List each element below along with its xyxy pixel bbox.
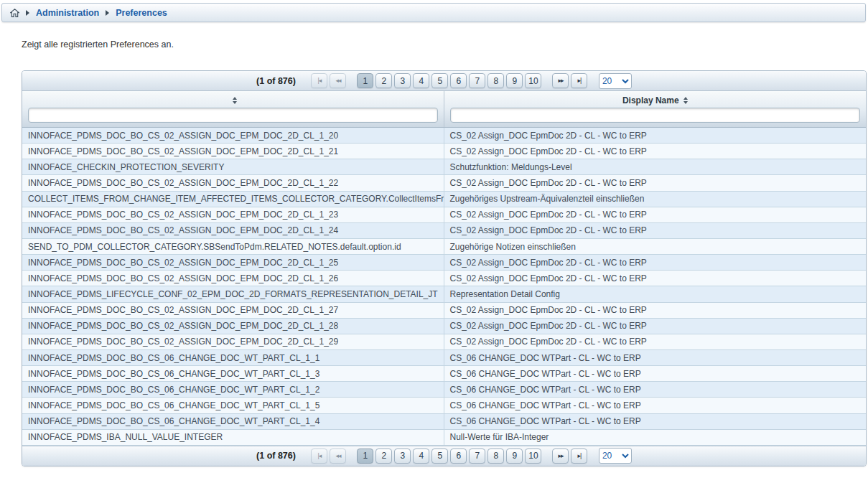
page-button-2[interactable]: 2 <box>375 449 392 464</box>
table-row[interactable]: COLLECT_ITEMS_FROM_CHANGE_ITEM_AFFECTED_… <box>22 192 866 207</box>
rows-per-page-select[interactable]: 20 <box>599 73 632 89</box>
page-button-4[interactable]: 4 <box>413 449 429 464</box>
page-button-5[interactable]: 5 <box>431 73 448 88</box>
cell-preference-name: INNOFACE_PDMS_DOC_BO_CS_06_CHANGE_DOC_WT… <box>22 350 444 365</box>
paginator-current-page-report: (1 of 876) <box>256 451 296 461</box>
cell-display-name: CS_06 CHANGE_DOC WTPart - CL - WC to ERP <box>444 382 867 397</box>
table-row[interactable]: INNOFACE_PDMS_LIFECYCLE_CONF_02_EPM_DOC_… <box>22 286 866 302</box>
column-header-display-name[interactable]: Display Name <box>444 91 867 127</box>
table-row[interactable]: INNOFACE_PDMS_DOC_BO_CS_02_ASSIGN_DOC_EP… <box>22 207 866 223</box>
table-row[interactable]: INNOFACE_PDMS_DOC_BO_CS_02_ASSIGN_DOC_EP… <box>22 223 866 239</box>
table-row[interactable]: INNOFACE_PDMS_DOC_BO_CS_06_CHANGE_DOC_WT… <box>22 414 866 430</box>
name-filter-input[interactable] <box>28 108 438 123</box>
paginator-bottom: (1 of 876) |◂ ◂◂ 12345678910 ▸▸ ▸| 20 <box>22 446 866 466</box>
page-button-3[interactable]: 3 <box>394 449 411 464</box>
cell-preference-name: SEND_TO_PDM_COLLECTOR_CATEGORY.SBSendToP… <box>22 239 444 254</box>
page-button-1[interactable]: 1 <box>357 449 373 464</box>
table-row[interactable]: INNOFACE_PDMS_DOC_BO_CS_02_ASSIGN_DOC_EP… <box>22 319 866 334</box>
cell-preference-name: INNOFACE_PDMS_IBA_NULL_VALUE_INTEGER <box>22 430 444 445</box>
column-header-name[interactable] <box>22 91 444 127</box>
page-button-2[interactable]: 2 <box>375 73 392 88</box>
cell-preference-name: INNOFACE_PDMS_DOC_BO_CS_06_CHANGE_DOC_WT… <box>22 398 444 413</box>
page-button-9[interactable]: 9 <box>506 73 523 88</box>
seek-next-icon: ▸▸ <box>558 453 563 459</box>
last-page-button[interactable]: ▸| <box>571 73 587 88</box>
cell-preference-name: INNOFACE_PDMS_DOC_BO_CS_06_CHANGE_DOC_WT… <box>22 382 444 397</box>
page-button-6[interactable]: 6 <box>450 73 467 88</box>
table-header: Display Name <box>22 91 866 128</box>
table-row[interactable]: INNOFACE_PDMS_IBA_NULL_VALUE_INTEGERNull… <box>22 430 866 446</box>
home-button[interactable] <box>10 9 19 17</box>
cell-display-name: Schutzfunktion: Meldungs-Level <box>444 159 867 174</box>
next-page-button[interactable]: ▸▸ <box>552 449 569 464</box>
cell-display-name: CS_02 Assign_DOC EpmDoc 2D - CL - WC to … <box>444 303 867 318</box>
prev-page-button[interactable]: ◂◂ <box>330 73 346 88</box>
cell-preference-name: INNOFACE_PDMS_DOC_BO_CS_02_ASSIGN_DOC_EP… <box>22 207 444 222</box>
cell-preference-name: INNOFACE_PDMS_DOC_BO_CS_02_ASSIGN_DOC_EP… <box>22 303 444 318</box>
table-row[interactable]: INNOFACE_CHECKIN_PROTECTION_SEVERITYSchu… <box>22 159 866 175</box>
cell-preference-name: INNOFACE_PDMS_DOC_BO_CS_02_ASSIGN_DOC_EP… <box>22 271 444 286</box>
page-button-3[interactable]: 3 <box>394 73 411 88</box>
column-display-name-label: Display Name <box>622 95 679 105</box>
breadcrumb-item-administration[interactable]: Administration <box>36 8 99 18</box>
cell-preference-name: INNOFACE_PDMS_DOC_BO_CS_02_ASSIGN_DOC_EP… <box>22 175 444 190</box>
page-button-7[interactable]: 7 <box>469 449 485 464</box>
cell-preference-name: INNOFACE_PDMS_DOC_BO_CS_02_ASSIGN_DOC_EP… <box>22 223 444 238</box>
table-row[interactable]: INNOFACE_PDMS_DOC_BO_CS_06_CHANGE_DOC_WT… <box>22 382 866 398</box>
page-button-9[interactable]: 9 <box>506 449 523 464</box>
table-row[interactable]: INNOFACE_PDMS_DOC_BO_CS_02_ASSIGN_DOC_EP… <box>22 271 866 286</box>
seek-prev-icon: ◂◂ <box>335 78 340 84</box>
prev-page-button[interactable]: ◂◂ <box>330 449 346 464</box>
table-row[interactable]: SEND_TO_PDM_COLLECTOR_CATEGORY.SBSendToP… <box>22 239 866 255</box>
page-button-5[interactable]: 5 <box>431 449 448 464</box>
cell-preference-name: INNOFACE_PDMS_DOC_BO_CS_02_ASSIGN_DOC_EP… <box>22 334 444 349</box>
page-button-10[interactable]: 10 <box>525 73 541 88</box>
cell-display-name: CS_06 CHANGE_DOC WTPart - CL - WC to ERP <box>444 366 867 381</box>
page-list: 12345678910 <box>356 449 543 464</box>
last-page-button[interactable]: ▸| <box>571 449 587 464</box>
cell-display-name: CS_02 Assign_DOC EpmDoc 2D - CL - WC to … <box>444 128 867 143</box>
table-row[interactable]: INNOFACE_PDMS_DOC_BO_CS_02_ASSIGN_DOC_EP… <box>22 334 866 350</box>
page-button-4[interactable]: 4 <box>413 73 429 88</box>
first-page-button[interactable]: |◂ <box>311 73 327 88</box>
seek-next-icon: ▸▸ <box>558 78 563 84</box>
paginator-current-page-report: (1 of 876) <box>256 76 296 86</box>
table-row[interactable]: INNOFACE_PDMS_DOC_BO_CS_02_ASSIGN_DOC_EP… <box>22 175 866 191</box>
display-name-filter-input[interactable] <box>450 108 861 123</box>
table-row[interactable]: INNOFACE_PDMS_DOC_BO_CS_06_CHANGE_DOC_WT… <box>22 398 866 413</box>
table-row[interactable]: INNOFACE_PDMS_DOC_BO_CS_06_CHANGE_DOC_WT… <box>22 366 866 382</box>
page-button-6[interactable]: 6 <box>450 449 467 464</box>
breadcrumb-item-preferences[interactable]: Preferences <box>116 8 167 18</box>
page-button-1[interactable]: 1 <box>357 73 373 88</box>
cell-display-name: CS_02 Assign_DOC EpmDoc 2D - CL - WC to … <box>444 334 867 349</box>
table-row[interactable]: INNOFACE_PDMS_DOC_BO_CS_06_CHANGE_DOC_WT… <box>22 350 866 366</box>
sort-icon[interactable] <box>233 97 237 104</box>
table-row[interactable]: INNOFACE_PDMS_DOC_BO_CS_02_ASSIGN_DOC_EP… <box>22 303 866 319</box>
cell-preference-name: INNOFACE_CHECKIN_PROTECTION_SEVERITY <box>22 159 444 174</box>
table-row[interactable]: INNOFACE_PDMS_DOC_BO_CS_02_ASSIGN_DOC_EP… <box>22 144 866 159</box>
cell-display-name: CS_02 Assign_DOC EpmDoc 2D - CL - WC to … <box>444 175 867 190</box>
page-button-10[interactable]: 10 <box>525 449 541 464</box>
next-page-button[interactable]: ▸▸ <box>552 73 569 88</box>
cell-display-name: CS_02 Assign_DOC EpmDoc 2D - CL - WC to … <box>444 319 867 334</box>
breadcrumb: Administration Preferences <box>1 3 866 22</box>
home-icon <box>10 9 19 17</box>
seek-first-icon: |◂ <box>318 78 322 84</box>
cell-preference-name: INNOFACE_PDMS_LIFECYCLE_CONF_02_EPM_DOC_… <box>22 286 444 301</box>
cell-display-name: Zugehörige Notizen einschließen <box>444 239 867 254</box>
table-row[interactable]: INNOFACE_PDMS_DOC_BO_CS_02_ASSIGN_DOC_EP… <box>22 255 866 271</box>
first-page-button[interactable]: |◂ <box>311 449 327 464</box>
cell-display-name: CS_02 Assign_DOC EpmDoc 2D - CL - WC to … <box>444 255 867 270</box>
page-button-8[interactable]: 8 <box>487 73 504 88</box>
breadcrumb-separator-icon <box>106 10 109 16</box>
cell-display-name: CS_02 Assign_DOC EpmDoc 2D - CL - WC to … <box>444 271 867 286</box>
page-button-7[interactable]: 7 <box>469 73 485 88</box>
seek-first-icon: |◂ <box>318 453 322 459</box>
rows-per-page-select[interactable]: 20 <box>599 448 632 464</box>
page-button-8[interactable]: 8 <box>487 449 504 464</box>
table-row[interactable]: INNOFACE_PDMS_DOC_BO_CS_02_ASSIGN_DOC_EP… <box>22 128 866 144</box>
cell-preference-name: INNOFACE_PDMS_DOC_BO_CS_02_ASSIGN_DOC_EP… <box>22 255 444 270</box>
sort-icon[interactable] <box>683 97 688 104</box>
cell-display-name: CS_06 CHANGE_DOC WTPart - CL - WC to ERP <box>444 350 867 365</box>
cell-display-name: Zugehöriges Upstream-Äquivalenzteil eins… <box>444 192 867 207</box>
